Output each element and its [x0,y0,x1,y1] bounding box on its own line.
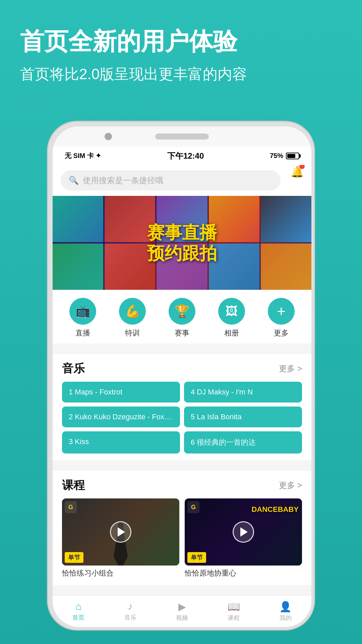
quick-item-album[interactable]: 🖼 相册 [218,298,245,338]
quick-icon-training: 💪 [119,298,146,325]
top-text-area: 首页全新的用户体验 首页将比2.0版呈现出更丰富的内容 [20,27,342,85]
phone-outer-frame: 无 SIM 卡 ✦ 下午12:40 75% 🔍 使用搜索是一条捷径哦 [47,121,315,631]
quick-label-album: 相册 [224,328,239,338]
quick-icon-album: 🖼 [218,298,245,325]
phone-mockup: 无 SIM 卡 ✦ 下午12:40 75% 🔍 使用搜索是一条捷径哦 [47,121,315,631]
nav-item-music[interactable]: ♪ 音乐 [104,601,156,622]
course-logo-1: G [65,501,77,513]
course-title-1: 恰恰练习小组合 [62,568,179,578]
course-badge-1: 单节 [65,552,83,563]
app-content: 🔍 使用搜索是一条捷径哦 🔔 [53,165,311,595]
nav-label-home: 首页 [72,613,84,622]
nav-label-music: 音乐 [124,613,136,622]
banner[interactable]: 赛事直播 预约跟拍 [53,196,311,290]
nav-item-profile[interactable]: 👤 我的 [260,601,311,622]
main-title: 首页全新的用户体验 [20,27,342,56]
nav-label-profile: 我的 [280,614,292,622]
banner-text-overlay: 赛事直播 预约跟拍 [147,222,217,264]
quick-item-more[interactable]: + 更多 [268,298,295,338]
quick-item-competition[interactable]: 🏆 赛事 [169,298,195,338]
nav-icon-course: 📖 [228,601,240,612]
music-section: 音乐 更多 > 1 Maps - Foxtrot 4 DJ Maksy - I'… [53,354,311,460]
speaker [155,133,209,140]
course-section-more[interactable]: 更多 > [279,480,302,491]
battery-icon [286,153,299,159]
nav-label-video: 视频 [176,614,188,622]
banner-collage-item [261,196,311,242]
music-item-5[interactable]: 5 La Isla Bonita [184,407,302,427]
course-section-header: 课程 更多 > [62,478,302,493]
quick-item-training[interactable]: 💪 特训 [119,298,146,338]
bottom-nav: ⌂ 首页 ♪ 音乐 ▶ 视频 📖 课程 👤 我的 [53,595,311,627]
front-camera [105,133,112,140]
nav-icon-music: ♪ [128,601,133,612]
nav-item-course[interactable]: 📖 课程 [208,601,259,622]
battery-percent: 75% [270,152,283,160]
quick-label-competition: 赛事 [175,328,189,338]
search-placeholder-text: 使用搜索是一条捷径哦 [83,175,163,186]
music-section-more[interactable]: 更多 > [279,363,302,374]
battery-fill [287,154,295,158]
status-time: 下午12:40 [167,151,204,161]
status-battery-area: 75% [270,152,299,160]
nav-icon-video: ▶ [178,601,186,612]
quick-access-bar: 📺 直播 💪 特训 🏆 赛事 🖼 相册 [53,290,311,343]
banner-collage-item [53,244,103,290]
phone-top-bar [53,126,311,147]
nav-item-home[interactable]: ⌂ 首页 [53,601,104,622]
course-section-title: 课程 [62,478,85,493]
nav-icon-home: ⌂ [75,601,81,612]
banner-collage-item [261,244,311,290]
course-title-2: 恰恰原地协重心 [185,568,302,578]
course-section: 课程 更多 > [53,471,311,585]
search-container: 🔍 使用搜索是一条捷径哦 🔔 [53,165,311,196]
quick-icon-more: + [268,298,295,325]
divider2 [53,460,311,466]
nav-item-video[interactable]: ▶ 视频 [156,601,208,622]
music-item-3[interactable]: 3 Kiss [62,431,180,453]
play-triangle-2 [240,527,248,537]
music-section-title: 音乐 [62,361,85,376]
banner-collage-item [53,196,103,242]
course-card-1[interactable]: G 单节 恰恰练习小组合 [62,498,179,578]
quick-item-live[interactable]: 📺 直播 [69,298,96,338]
course-badge-2: 单节 [187,552,206,563]
course-logo-2: G [187,501,199,513]
music-section-header: 音乐 更多 > [62,361,302,376]
main-subtitle: 首页将比2.0版呈现出更丰富的内容 [20,64,342,85]
quick-icon-live: 📺 [69,298,96,325]
music-grid: 1 Maps - Foxtrot 4 DJ Maksy - I'm N 2 Ku… [62,382,302,453]
play-button-1[interactable] [110,521,131,543]
nav-icon-profile: 👤 [279,601,292,612]
play-triangle-1 [118,527,125,537]
quick-label-more: 更多 [274,328,289,338]
music-item-1[interactable]: 1 Maps - Foxtrot [62,382,180,402]
music-item-6[interactable]: 6 很经典的一首的达 [184,431,302,453]
play-button-2[interactable] [233,521,254,543]
quick-label-training: 特训 [125,328,140,338]
banner-title-line1: 赛事直播 [147,222,217,243]
course-card-2[interactable]: G DANCEBABY 单节 恰恰原地协重心 [185,498,302,578]
music-item-2[interactable]: 2 Kuko Kuko Dzeguzite - Foxtrot [62,407,180,427]
nav-label-course: 课程 [228,614,240,622]
search-icon: 🔍 [69,176,79,185]
quick-icon-competition: 🏆 [169,298,195,325]
search-bar[interactable]: 🔍 使用搜索是一条捷径哦 [61,170,281,191]
notification-bell[interactable]: 🔔 [289,165,306,180]
course-grid: G 单节 恰恰练习小组合 [62,498,302,578]
music-item-4[interactable]: 4 DJ Maksy - I'm N [184,382,302,402]
quick-label-live: 直播 [75,328,90,338]
divider1 [53,343,311,349]
status-bar: 无 SIM 卡 ✦ 下午12:40 75% [53,147,311,165]
banner-title-line2: 预约跟拍 [147,243,217,264]
phone-screen: 无 SIM 卡 ✦ 下午12:40 75% 🔍 使用搜索是一条捷径哦 [53,126,311,627]
status-carrier: 无 SIM 卡 ✦ [65,151,101,160]
